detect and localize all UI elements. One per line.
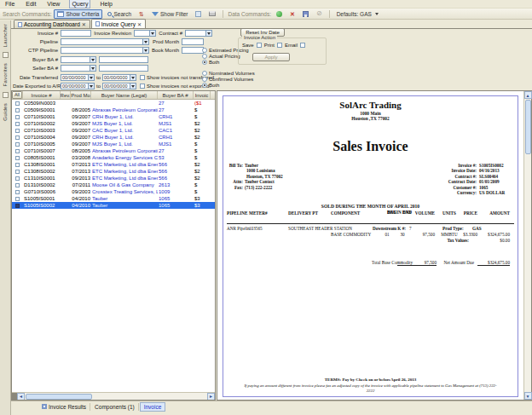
apply-button[interactable]: Apply — [252, 53, 290, 61]
buyer-name-link[interactable]: MJS Buyer 1, Ltd. — [92, 121, 133, 126]
prod-month-input[interactable] — [182, 38, 204, 45]
tab-invoice-results[interactable]: Invoice Results — [38, 403, 90, 411]
buyer-ba-link[interactable]: 53 — [159, 155, 165, 160]
row-checkbox[interactable] — [15, 101, 20, 106]
table-row[interactable]: C0710IS000708/2005Abraxas Petroleum Corp… — [12, 147, 215, 154]
show-filter-button[interactable]: Show Filter — [149, 10, 191, 18]
buyer-ba-link[interactable]: 566 — [159, 176, 167, 181]
date-exported-from[interactable]: 00/00/0000 — [61, 83, 95, 89]
buyer-name-link[interactable]: MJS Buyer 1, Ltd. — [92, 141, 133, 147]
seller-ba-combo[interactable] — [61, 65, 96, 72]
row-checkbox[interactable] — [15, 129, 20, 133]
scroll-up-icon[interactable]: ▲ — [524, 91, 532, 99]
confirmed-volumes-radio[interactable] — [202, 77, 207, 82]
header-buyer-ba[interactable]: Buyer BA # — [158, 91, 194, 99]
actual-pricing-radio[interactable] — [202, 54, 207, 59]
table-row[interactable]: D1310IS000207/2011Moose Oil & Gas Compan… — [12, 182, 215, 188]
row-checkbox[interactable] — [15, 149, 20, 153]
seller-ba-name-input[interactable] — [99, 65, 148, 72]
row-checkbox[interactable] — [15, 163, 20, 167]
row-checkbox[interactable] — [15, 135, 20, 140]
row-checkbox[interactable] — [15, 142, 20, 147]
save-button[interactable] — [300, 10, 311, 18]
defaults-dropdown[interactable]: Defaults: GAS — [334, 10, 381, 18]
buyer-ba-link[interactable]: 1009 — [159, 189, 170, 194]
buyer-ba-link[interactable]: 566 — [159, 169, 167, 174]
table-row[interactable]: C0509IN000327($1 — [12, 100, 215, 107]
tab-accounting-dashboard[interactable]: Accounting Dashboard — [14, 20, 90, 28]
buyer-ba-link[interactable]: 27 — [159, 101, 165, 106]
table-row[interactable]: C1308IS000207/2013ETC Marketing, Ltd dba… — [12, 168, 215, 175]
show-not-exported-checkbox[interactable] — [140, 84, 145, 89]
invoice-revision-combo[interactable] — [134, 30, 156, 37]
table-row[interactable]: S1005IS000104/2010Tauber1065$3 — [12, 195, 215, 202]
menu-file[interactable]: File — [3, 0, 16, 8]
table-row[interactable]: C0710IS000309/2007CAC Buyer 1, Ltd.CAC1$… — [12, 127, 215, 134]
table-row[interactable]: C0710IS000109/2007CRH Buyer 1, Ltd.CRH1$ — [12, 113, 215, 120]
print-button[interactable] — [206, 10, 218, 17]
row-checkbox[interactable] — [15, 197, 20, 201]
header-invoice-amount[interactable]: Invoic — [194, 91, 211, 99]
scroll-left-icon[interactable]: ◄ — [17, 393, 25, 401]
row-checkbox[interactable] — [15, 170, 20, 174]
buyer-name-link[interactable]: ETC Marketing, Ltd dba Energy Transfer — [92, 169, 158, 174]
close-icon[interactable] — [137, 21, 142, 27]
table-row[interactable]: C0710IS000509/2007MJS Buyer 1, Ltd.MJS1$ — [12, 141, 215, 147]
scroll-right-icon[interactable]: ► — [207, 393, 215, 401]
buyer-name-link[interactable]: Crosstex Treating Services, L.P. — [92, 189, 158, 194]
buyer-ba-link[interactable]: 1065 — [159, 196, 170, 201]
tab-invoice[interactable]: Invoice — [140, 402, 166, 412]
table-horizontal-scrollbar[interactable]: ◄ ► — [12, 392, 215, 400]
sidebar-item-launcher[interactable]: Launcher — [3, 24, 8, 47]
buyer-name-link[interactable]: ETC Marketing, Ltd dba Energy Transfer — [92, 162, 158, 167]
row-checkbox[interactable] — [15, 190, 20, 194]
buyer-name-link[interactable]: Abraxas Petroleum Corporation — [92, 148, 158, 153]
row-checkbox[interactable] — [15, 108, 20, 112]
invoice-vertical-scrollbar[interactable]: ▲ ▼ — [523, 91, 531, 400]
print-checkbox[interactable] — [277, 43, 282, 48]
table-row[interactable]: C0710IS000409/2007CRH Buyer 1, Ltd.CRH1$… — [12, 134, 215, 141]
row-checkbox[interactable] — [15, 204, 20, 208]
buyer-name-link[interactable]: Moose Oil & Gas Company — [92, 182, 154, 187]
header-prod-mo[interactable]: Prod Mo — [71, 91, 91, 99]
buyer-ba-link[interactable]: MJS1 — [159, 141, 171, 147]
buyer-ba-link[interactable]: 27 — [159, 107, 165, 112]
buyer-name-link[interactable]: Tauber — [92, 203, 107, 208]
show-not-transferred-checkbox[interactable] — [140, 75, 145, 80]
row-checkbox[interactable] — [15, 156, 20, 160]
sidebar-item-favorites[interactable]: Favorites — [3, 63, 8, 86]
invoice-number-input[interactable] — [61, 30, 91, 37]
date-transferred-to[interactable]: 00/00/0000 — [102, 74, 136, 81]
row-checkbox[interactable] — [15, 115, 20, 119]
date-exported-to[interactable]: 00/00/0000 — [102, 83, 136, 89]
table-row[interactable]: C0710IS000209/2007MJS Buyer 1, Ltd.MJS1$… — [12, 120, 215, 127]
buyer-name-link[interactable]: Tauber — [92, 196, 107, 201]
delete-button[interactable]: ✕ — [287, 10, 298, 18]
buyer-name-link[interactable]: Abraxas Petroleum Corporation — [92, 107, 158, 112]
buyer-ba-link[interactable]: CRH1 — [159, 114, 172, 119]
refresh-button[interactable] — [274, 10, 285, 18]
buyer-ba-link[interactable]: 1065 — [159, 203, 170, 208]
estimated-pricing-radio[interactable] — [202, 48, 207, 53]
nominated-volumes-radio[interactable] — [202, 71, 207, 76]
tab-components[interactable]: Components (1) — [91, 403, 139, 411]
buyer-ba-link[interactable]: CRH1 — [159, 135, 172, 140]
buyer-name-link[interactable]: ETC Marketing, Ltd dba Energy Transfer — [92, 176, 158, 181]
table-row[interactable]: S1005IS000204/2010Tauber1065$3 — [12, 202, 215, 209]
cancel-button[interactable]: ⊘ — [314, 9, 325, 18]
header-invoice[interactable]: Invoice # — [23, 91, 61, 99]
book-month-input[interactable] — [182, 47, 204, 54]
select-all-button[interactable]: All — [12, 91, 22, 99]
buyer-ba-link[interactable]: MJS1 — [159, 121, 171, 126]
menu-help[interactable]: Help — [98, 0, 113, 8]
buyer-ba-link[interactable]: 27 — [159, 148, 165, 153]
export-button[interactable] — [193, 10, 204, 18]
table-row[interactable]: G0710IS000609/2003Crosstex Treating Serv… — [12, 188, 215, 195]
buyer-name-link[interactable]: Anadarko Energy Services Company — [92, 155, 158, 160]
buyer-name-link[interactable]: CRH Buyer 1, Ltd. — [92, 114, 134, 119]
header-rev[interactable]: Rev. — [61, 91, 71, 99]
ctp-pipeline-combo[interactable] — [61, 47, 149, 54]
buyer-name-link[interactable]: CAC Buyer 1, Ltd. — [92, 128, 133, 133]
contract-number-combo[interactable] — [185, 30, 212, 37]
buyer-ba-link[interactable]: 2613 — [159, 182, 170, 187]
